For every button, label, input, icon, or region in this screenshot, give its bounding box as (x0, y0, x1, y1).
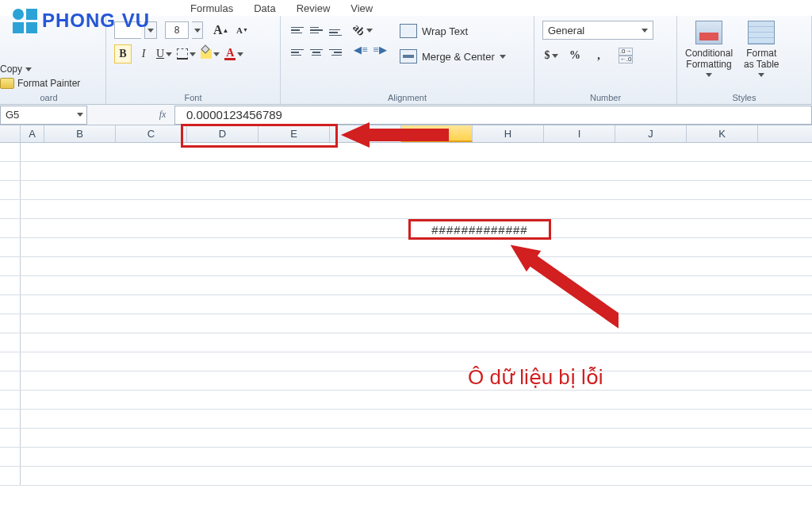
conditional-formatting-label: Conditional Formatting (685, 48, 733, 70)
grow-font-button[interactable]: A▲ (206, 21, 229, 40)
select-all-corner[interactable] (0, 125, 21, 142)
align-left-button[interactable] (289, 43, 306, 62)
col-header[interactable]: D (187, 125, 259, 142)
merge-label: Merge & Center (422, 51, 495, 63)
group-alignment: ab ◀≡ ≡▶ Wrap Text Merge & Center (281, 16, 534, 104)
logo-text: PHONG VU (42, 10, 150, 32)
menu-formulas[interactable]: Formulas (190, 2, 233, 14)
watermark-logo: PHONG VU (13, 0, 150, 41)
group-font-label: Font (114, 91, 272, 102)
chevron-down-icon (190, 52, 196, 56)
chevron-down-icon (552, 54, 558, 58)
bold-button[interactable]: B (114, 44, 132, 64)
conditional-formatting-button[interactable]: Conditional Formatting (685, 21, 733, 77)
formula-value: 0.0000123456789 (182, 107, 287, 122)
logo-tiles (13, 9, 37, 33)
merge-center-button[interactable]: Merge & Center (400, 46, 506, 67)
format-as-table-button[interactable]: Format as Table (744, 21, 779, 77)
col-header[interactable]: C (116, 125, 187, 142)
orientation-button[interactable]: ab (352, 21, 373, 40)
cell-g5-value: ############# (431, 223, 527, 237)
spreadsheet-grid[interactable]: ############# Ô dữ liệu bị lỗi (0, 143, 812, 486)
svg-marker-0 (341, 122, 449, 148)
comma-format-button[interactable]: , (590, 46, 607, 65)
format-painter-label: Format Painter (17, 78, 80, 89)
chevron-down-icon (237, 52, 243, 56)
fill-icon (201, 49, 212, 59)
chevron-down-icon (77, 113, 83, 117)
name-box[interactable]: G5 (0, 106, 87, 125)
chevron-down-icon (213, 52, 220, 56)
col-header[interactable]: J (615, 125, 687, 142)
annotation-arrow-cell (508, 238, 619, 373)
shrink-font-button[interactable]: A▼ (232, 21, 250, 40)
font-size-dropdown[interactable] (192, 21, 203, 39)
chevron-down-icon (642, 29, 648, 33)
menu-view[interactable]: View (350, 2, 373, 14)
increase-decimal-button[interactable]: .0→ (619, 48, 633, 56)
accounting-format-button[interactable]: $ (542, 46, 560, 65)
group-styles: Conditional Formatting Format as Table S… (677, 16, 812, 104)
name-box-value: G5 (6, 109, 19, 121)
formula-input[interactable]: 0.0000123456789 (174, 106, 812, 125)
italic-button[interactable]: I (135, 44, 152, 64)
menu-review[interactable]: Review (297, 2, 331, 14)
number-format-value: General (548, 25, 584, 37)
align-top-button[interactable] (289, 21, 306, 40)
increase-indent-button[interactable]: ≡▶ (371, 43, 389, 57)
chevron-down-icon (758, 73, 764, 77)
chevron-down-icon (706, 73, 712, 77)
format-as-table-icon (748, 21, 775, 44)
merge-icon (400, 49, 417, 64)
svg-marker-1 (508, 238, 619, 336)
number-format-select[interactable]: General (542, 21, 653, 40)
conditional-formatting-icon (695, 21, 722, 44)
chevron-down-icon (500, 55, 506, 59)
decrease-indent-button[interactable]: ◀≡ (352, 43, 370, 57)
col-header[interactable]: H (473, 125, 544, 142)
align-middle-button[interactable] (308, 21, 325, 40)
col-header[interactable]: E (259, 125, 330, 142)
font-color-button[interactable]: A (224, 44, 244, 64)
menu-data[interactable]: Data (254, 2, 275, 14)
align-bottom-button[interactable] (327, 21, 344, 40)
underline-button[interactable]: U (155, 44, 173, 64)
borders-button[interactable] (176, 44, 197, 64)
align-right-button[interactable] (327, 43, 344, 62)
group-styles-label: Styles (685, 91, 803, 102)
wrap-text-label: Wrap Text (422, 25, 468, 37)
group-alignment-label: Alignment (289, 91, 526, 102)
chevron-down-icon (25, 67, 32, 71)
border-icon (177, 48, 188, 60)
col-header[interactable]: I (544, 125, 615, 142)
group-number: General $ % , .0→ ←.0 Number (534, 16, 677, 104)
format-as-table-label: Format as Table (744, 48, 779, 70)
col-header[interactable]: K (687, 125, 758, 142)
format-painter-button[interactable]: Format Painter (0, 78, 98, 89)
group-clipboard-label: oard (0, 91, 98, 102)
percent-format-button[interactable]: % (566, 46, 584, 65)
align-center-button[interactable] (308, 43, 325, 62)
wrap-text-icon (400, 24, 417, 38)
decrease-decimal-button[interactable]: ←.0 (619, 56, 633, 64)
chevron-down-icon (166, 52, 172, 56)
col-header[interactable]: A (21, 125, 44, 142)
annotation-arrow-formula (341, 119, 452, 159)
fx-icon[interactable]: fx (151, 109, 174, 121)
group-number-label: Number (542, 91, 668, 102)
copy-label: Copy (0, 64, 22, 75)
fill-color-button[interactable] (200, 44, 220, 64)
wrap-text-button[interactable]: Wrap Text (400, 21, 506, 41)
cell-g5-error[interactable]: ############# (408, 219, 551, 240)
format-painter-icon (0, 78, 14, 89)
font-size-input[interactable]: 8 (165, 21, 189, 39)
copy-button[interactable]: Copy (0, 64, 98, 75)
chevron-down-icon (194, 29, 201, 33)
col-header[interactable]: B (44, 125, 116, 142)
